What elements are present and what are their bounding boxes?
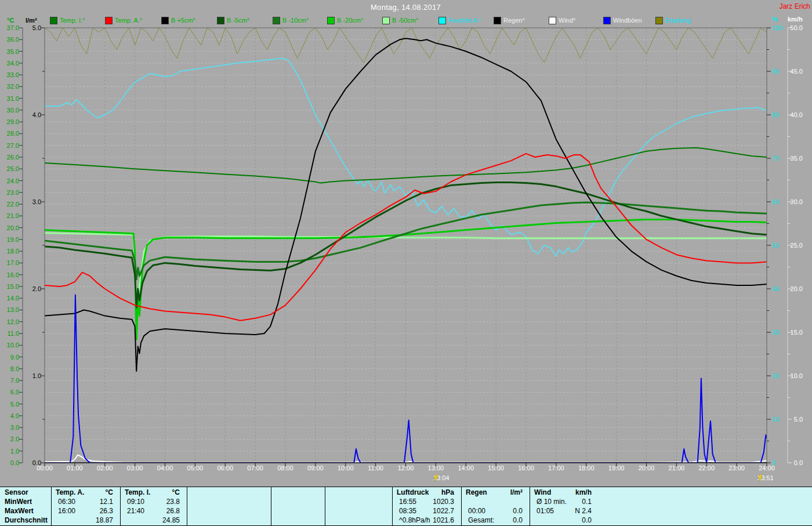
- table-divider: [392, 487, 393, 525]
- time-axis-label: 22:00: [695, 465, 718, 471]
- table-cell-value: 1020.3: [397, 497, 454, 506]
- temp-axis-label: 3.0: [1, 424, 19, 431]
- wind-axis-label: 25.0: [786, 242, 803, 249]
- temp-axis-label: 13.0: [1, 306, 19, 313]
- temp-axis-label: 34.0: [1, 60, 19, 67]
- wind-axis-label: 50.0: [786, 24, 803, 31]
- time-axis-label: 04:00: [154, 465, 177, 471]
- temp-axis-label: 19.0: [1, 236, 19, 243]
- temp-axis-label: 8.0: [1, 365, 19, 372]
- event-time-marker: 13:04: [433, 474, 449, 481]
- table-cell-value: 24.85: [125, 516, 180, 525]
- time-axis-label: 01:00: [63, 465, 86, 471]
- temp-axis-label: 7.0: [1, 377, 19, 384]
- time-axis-label: 14:00: [454, 465, 477, 471]
- table-row-label: MinWert: [5, 497, 50, 506]
- table-divider: [461, 487, 462, 525]
- legend-swatch-icon: [105, 17, 113, 24]
- temp-axis-label: 16.0: [1, 271, 19, 278]
- time-axis-label: 06:00: [213, 465, 237, 471]
- time-axis-label: 11:00: [364, 465, 387, 471]
- temp-axis-label: 31.0: [1, 95, 19, 102]
- time-axis-label: 03:00: [124, 465, 147, 471]
- temp-axis-label: 20.0: [1, 224, 19, 231]
- sun-flash-icon: [433, 474, 438, 481]
- legend-swatch-icon: [327, 17, 335, 24]
- temp-axis-label: 12.0: [1, 318, 19, 325]
- legend-label: B -50cm°: [392, 17, 418, 24]
- wind-axis-label: 5.0: [786, 416, 803, 423]
- table-row-label: Durchschnitt: [5, 516, 50, 525]
- temp-axis-label: 22.0: [1, 201, 19, 208]
- legend-swatch-icon: [273, 17, 280, 24]
- wind-axis-label: 10.0: [786, 372, 803, 379]
- temp-axis-label: 33.0: [1, 71, 19, 78]
- legend-item-feuchte-a-: Feuchte A.°: [438, 16, 481, 24]
- time-axis-label: 23:00: [725, 465, 748, 471]
- table-cell-value: 1021.6: [397, 516, 454, 525]
- wind-axis-label: 15.0: [786, 329, 803, 336]
- humidity-unit-label: %: [772, 16, 778, 23]
- legend-item-b-5cm-: B -5cm°: [217, 16, 249, 24]
- humidity-axis-label: 90: [772, 68, 787, 75]
- wind-axis-label: 45.0: [786, 68, 803, 75]
- table-divider: [51, 487, 52, 525]
- legend-item-temp-i-: Temp. I.°: [50, 16, 85, 24]
- legend-item-windb-en: Windböen: [603, 16, 642, 24]
- table-row-label: Sensor: [5, 488, 50, 497]
- legend-swatch-icon: [438, 17, 446, 24]
- temp-axis-label: 6.0: [1, 389, 19, 396]
- table-cell-value: 18.87: [56, 516, 113, 525]
- page-title: Montag, 14.08.2017: [45, 3, 767, 12]
- humidity-axis-label: 40: [772, 285, 787, 292]
- time-axis-label: 07:00: [244, 465, 267, 471]
- legend-label: B -10cm°: [282, 17, 309, 24]
- event-time-marker: 23:51: [757, 474, 774, 481]
- time-axis-label: 20:00: [635, 465, 658, 471]
- wind-unit-label: km/h: [788, 16, 803, 23]
- time-axis-label: 09:00: [304, 465, 327, 471]
- time-axis-label: 00:00: [33, 465, 56, 471]
- table-cell-value: 0.1: [534, 497, 592, 506]
- time-axis-label: 12:00: [394, 465, 418, 471]
- temp-axis-label: 29.0: [1, 118, 19, 125]
- legend-swatch-icon: [217, 17, 224, 24]
- legend-label: B -20cm°: [337, 17, 363, 24]
- legend-swatch-icon: [549, 17, 556, 24]
- table-row-label: MaxWert: [5, 506, 50, 516]
- temp-axis-label: 4.0: [1, 412, 19, 419]
- table-divider: [325, 487, 325, 525]
- table-col-unit: l/m²: [466, 488, 523, 497]
- humidity-axis-label: 10: [772, 416, 787, 423]
- time-axis-label: 10:00: [334, 465, 357, 471]
- table-cell-value: 0.0: [466, 506, 523, 516]
- temp-axis-label: 15.0: [1, 283, 19, 290]
- time-axis-label: 19:00: [605, 465, 628, 471]
- series-temp_i: [45, 148, 767, 183]
- wind-axis-label: 0.0: [786, 459, 803, 466]
- wind-axis-label: 35.0: [786, 155, 803, 162]
- temp-axis-label: 26.0: [1, 154, 19, 161]
- table-col-unit: hPa: [397, 488, 454, 497]
- table-divider: [120, 487, 121, 525]
- weather-station-app: { "header": { "title": "Montag, 14.08.20…: [0, 0, 812, 526]
- temp-axis-label: 11.0: [1, 330, 19, 337]
- legend-item-regen-: Regen°: [494, 16, 525, 24]
- grid: [45, 28, 767, 463]
- legend-swatch-icon: [50, 17, 57, 24]
- temp-axis-label: 37.0: [1, 24, 19, 31]
- time-axis-label: 24:00: [755, 465, 778, 471]
- table-col-unit: °C: [125, 488, 180, 497]
- temp-axis-label: 14.0: [1, 295, 19, 302]
- legend-item-b-50cm-: B -50cm°: [382, 16, 418, 24]
- humidity-axis-label: 50: [772, 242, 787, 249]
- legend-label: Regen°: [503, 17, 525, 24]
- table-cell-value: N 2.4: [534, 506, 592, 516]
- legend-label: B +5cm°: [171, 17, 195, 24]
- time-axis-label: 13:00: [424, 465, 447, 471]
- wind-axis-label: 40.0: [786, 111, 803, 118]
- temp-axis-label: 27.0: [1, 142, 19, 149]
- time-axis-label: 17:00: [545, 465, 568, 471]
- temp-axis-label: 30.0: [1, 107, 19, 114]
- time-axis-label: 21:00: [665, 465, 688, 471]
